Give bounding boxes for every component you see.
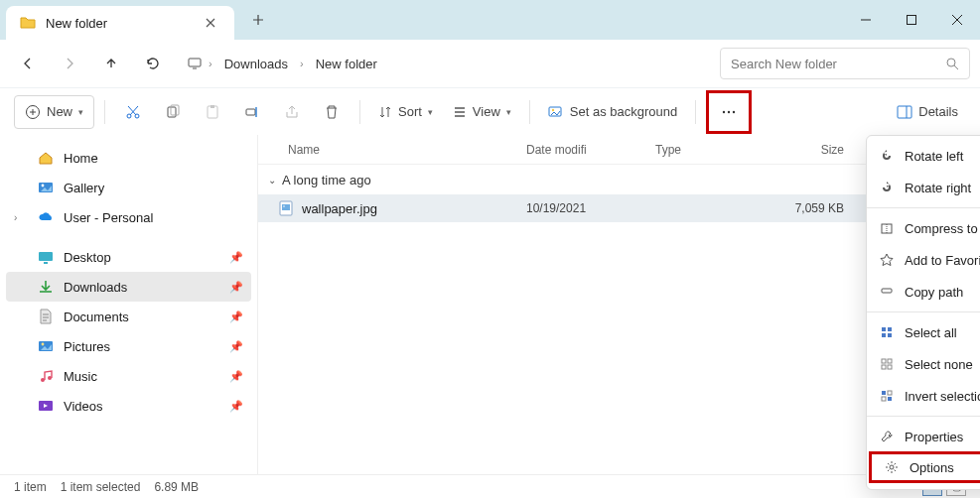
sidebar-item-music[interactable]: Music 📌 [6, 361, 251, 391]
more-button[interactable] [711, 95, 747, 129]
svg-rect-19 [39, 252, 53, 261]
paste-button[interactable] [195, 95, 230, 129]
svg-rect-0 [908, 16, 916, 25]
forward-button[interactable] [52, 47, 87, 80]
svg-rect-34 [882, 359, 886, 363]
pin-icon: 📌 [229, 400, 243, 413]
menu-rotate-right[interactable]: Rotate right [867, 172, 980, 203]
pictures-icon [38, 338, 54, 354]
home-icon [38, 150, 54, 166]
svg-point-15 [733, 110, 735, 112]
new-button[interactable]: New ▾ [14, 95, 94, 129]
sidebar-item-documents[interactable]: Documents 📌 [6, 302, 251, 331]
details-pane-button[interactable]: Details [889, 95, 966, 129]
svg-rect-26 [282, 204, 290, 210]
rotate-left-icon [879, 148, 895, 164]
view-button[interactable]: View ▾ [445, 95, 519, 129]
menu-compress[interactable]: Compress to ZIP file [867, 212, 980, 244]
pin-icon: 📌 [229, 251, 243, 264]
image-file-icon [278, 200, 294, 216]
minimize-button[interactable] [843, 0, 889, 40]
svg-point-2 [947, 59, 955, 66]
svg-rect-29 [882, 289, 892, 293]
window-controls [843, 0, 980, 40]
sidebar-item-downloads[interactable]: Downloads 📌 [6, 272, 251, 302]
desktop-icon [38, 249, 54, 265]
sidebar-item-videos[interactable]: Videos 📌 [6, 391, 251, 421]
chevron-right-icon[interactable]: › [14, 212, 28, 223]
svg-point-13 [723, 110, 725, 112]
documents-icon [38, 309, 54, 324]
svg-rect-38 [882, 391, 886, 395]
column-date[interactable]: Date modifi [526, 143, 655, 157]
status-selected: 1 item selected [61, 480, 141, 494]
chevron-down-icon: ⌄ [268, 175, 276, 186]
crumb-folder[interactable]: New folder [310, 53, 383, 75]
svg-rect-10 [246, 109, 255, 115]
window-tab[interactable]: New folder [6, 6, 234, 40]
sidebar-item-desktop[interactable]: Desktop 📌 [6, 242, 251, 272]
menu-select-none[interactable]: Select none [867, 348, 980, 380]
svg-rect-36 [882, 365, 886, 369]
svg-rect-16 [898, 106, 911, 118]
svg-rect-30 [882, 327, 886, 331]
menu-invert-selection[interactable]: Invert selection [867, 380, 980, 412]
downloads-icon [38, 279, 54, 295]
pin-icon: 📌 [229, 311, 243, 323]
close-button[interactable] [934, 0, 980, 40]
copy-button[interactable] [155, 95, 191, 129]
svg-rect-32 [882, 333, 886, 337]
music-icon [38, 368, 54, 384]
menu-rotate-left[interactable]: Rotate left [867, 140, 980, 172]
onedrive-icon [38, 209, 54, 225]
status-item-count: 1 item [14, 480, 47, 494]
status-size: 6.89 MB [154, 480, 199, 494]
back-button[interactable] [10, 47, 46, 80]
chevron-right-icon: › [209, 58, 212, 69]
svg-rect-40 [882, 397, 886, 401]
menu-select-all[interactable]: Select all [867, 316, 980, 348]
svg-rect-1 [189, 59, 201, 66]
search-box[interactable]: Search New folder [720, 48, 970, 79]
menu-options[interactable]: Options [869, 451, 980, 483]
menu-properties[interactable]: Properties [867, 421, 980, 452]
sidebar-item-gallery[interactable]: Gallery [6, 173, 251, 202]
rename-button[interactable] [234, 95, 270, 129]
svg-rect-9 [210, 105, 214, 108]
up-button[interactable] [93, 47, 129, 80]
pin-icon: 📌 [229, 370, 243, 383]
select-all-icon [879, 324, 895, 340]
column-size[interactable]: Size [784, 143, 864, 157]
gear-icon [884, 459, 900, 475]
delete-button[interactable] [314, 95, 350, 129]
maximize-button[interactable] [889, 0, 934, 40]
file-size: 7,059 KB [784, 201, 864, 215]
breadcrumb[interactable]: › Downloads › New folder [177, 47, 393, 80]
search-placeholder: Search New folder [731, 57, 937, 71]
chevron-right-icon: › [300, 58, 304, 69]
column-type[interactable]: Type [655, 143, 784, 157]
titlebar: New folder [0, 0, 980, 40]
main-area: Home Gallery › User - Personal Desktop 📌… [0, 135, 980, 474]
sidebar-item-home[interactable]: Home [6, 143, 251, 173]
menu-copy-path[interactable]: Copy path [867, 276, 980, 308]
sort-button[interactable]: Sort ▾ [370, 95, 441, 129]
sidebar-item-pictures[interactable]: Pictures 📌 [6, 331, 251, 361]
svg-rect-39 [888, 391, 892, 395]
svg-rect-37 [888, 365, 892, 369]
file-date: 10/19/2021 [526, 201, 655, 215]
sidebar-item-user[interactable]: › User - Personal [6, 202, 251, 232]
set-as-background-button[interactable]: Set as background [540, 95, 685, 129]
pin-icon: 📌 [229, 340, 243, 353]
crumb-downloads[interactable]: Downloads [218, 53, 294, 75]
tab-close-button[interactable] [201, 13, 220, 33]
cut-button[interactable] [115, 95, 151, 129]
svg-rect-35 [888, 359, 892, 363]
share-button[interactable] [274, 95, 310, 129]
new-tab-button[interactable] [244, 6, 272, 34]
refresh-button[interactable] [135, 47, 171, 80]
menu-favorites[interactable]: Add to Favorites [867, 244, 980, 276]
tab-title: New folder [46, 16, 107, 31]
column-name[interactable]: Name [288, 143, 526, 157]
svg-point-18 [42, 185, 45, 187]
